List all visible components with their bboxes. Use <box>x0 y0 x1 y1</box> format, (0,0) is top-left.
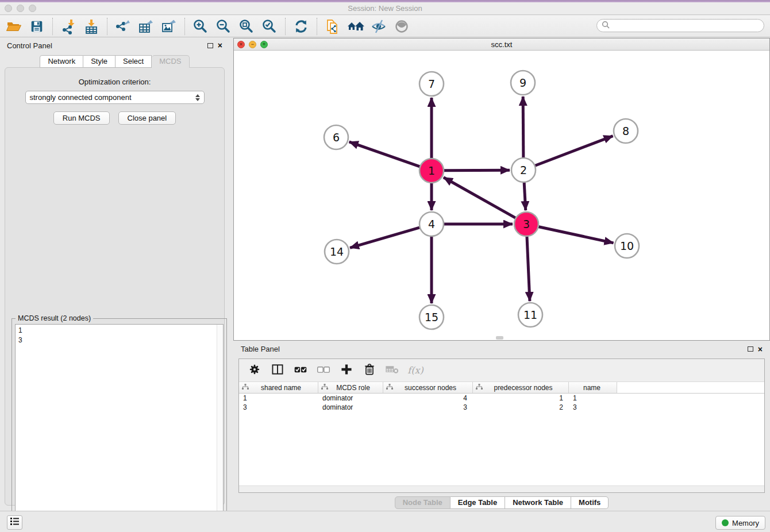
tab-network-table[interactable]: Network Table <box>505 496 571 509</box>
table-cell[interactable]: 2 <box>473 403 569 411</box>
frame-maximize-button[interactable]: + <box>260 41 268 48</box>
export-image-icon <box>161 18 177 34</box>
table-row[interactable]: 3dominator323 <box>239 403 764 412</box>
graph-node-label: 11 <box>523 309 537 321</box>
result-scrollbar[interactable] <box>217 325 223 527</box>
tab-network[interactable]: Network <box>40 55 83 68</box>
close-panel-icon[interactable]: × <box>218 43 222 48</box>
show-columns-button[interactable] <box>269 361 286 380</box>
control-panel-tabs: Network Style Select MCDS <box>0 55 229 68</box>
network-frame-titlebar[interactable]: × − + scc.txt <box>234 38 769 51</box>
close-panel-button[interactable]: Close panel <box>118 111 176 125</box>
task-history-button[interactable] <box>7 515 22 530</box>
graph-edge[interactable] <box>350 228 420 248</box>
toolbar-separator <box>184 18 185 35</box>
import-table-icon <box>83 18 99 34</box>
hide-selected-button[interactable] <box>367 17 390 36</box>
select-stepper-icon <box>195 94 200 101</box>
graph-edge[interactable] <box>444 170 510 171</box>
table-hscroll-track[interactable] <box>239 485 764 492</box>
clone-network-icon <box>325 18 341 34</box>
first-neighbors-button[interactable] <box>344 17 367 36</box>
show-all-button[interactable] <box>390 17 413 36</box>
float-panel-icon[interactable] <box>748 346 753 352</box>
import-network-icon <box>60 18 76 34</box>
search-input[interactable] <box>613 22 764 30</box>
zoom-in-button[interactable] <box>189 17 212 36</box>
float-panel-icon[interactable] <box>207 43 213 48</box>
optimization-criterion-label: Optimization criterion: <box>5 78 224 86</box>
zoom-in-icon <box>192 18 209 34</box>
table-cell[interactable]: 3 <box>239 403 318 411</box>
deselect-all-button[interactable] <box>315 361 332 380</box>
clone-network-button[interactable] <box>321 17 344 36</box>
result-line: 1 <box>18 326 215 336</box>
graph-node-label: 6 <box>333 131 340 144</box>
status-bar: Memory <box>0 511 770 532</box>
zoom-out-button[interactable] <box>212 17 235 36</box>
tab-style[interactable]: Style <box>83 55 116 68</box>
table-cell[interactable]: 1 <box>239 394 318 402</box>
toolbar-separator <box>317 18 317 35</box>
eye-slash-icon <box>371 18 387 34</box>
export-image-button[interactable] <box>157 17 180 36</box>
graph-edge[interactable] <box>538 226 614 242</box>
tab-motifs[interactable]: Motifs <box>571 496 609 509</box>
tab-edge-table[interactable]: Edge Table <box>451 496 505 509</box>
table-cell[interactable]: 1 <box>569 394 617 402</box>
delete-table-button[interactable] <box>384 361 401 380</box>
tab-node-table[interactable]: Node Table <box>395 496 451 509</box>
tab-select[interactable]: Select <box>116 55 152 68</box>
memory-button[interactable]: Memory <box>715 516 765 530</box>
apply-layout-button[interactable] <box>290 17 313 36</box>
checked-boxes-icon <box>293 363 308 379</box>
function-builder-button[interactable]: f(x) <box>407 361 424 380</box>
column-header-predecessor-nodes[interactable]: predecessor nodes <box>473 382 569 393</box>
hierarchy-icon <box>386 384 393 392</box>
graph-edge[interactable] <box>527 236 530 301</box>
open-file-button[interactable] <box>2 17 25 36</box>
zoom-fit-button[interactable] <box>235 17 258 36</box>
export-table-button[interactable] <box>134 17 157 36</box>
graph-edge[interactable] <box>523 97 523 158</box>
graph-edge[interactable] <box>349 142 421 167</box>
frame-close-button[interactable]: × <box>237 41 245 48</box>
optimization-criterion-select[interactable]: strongly connected component <box>25 91 205 104</box>
mcds-result-text[interactable]: 1 3 <box>15 324 224 527</box>
table-row[interactable]: 1dominator411 <box>239 394 764 403</box>
graph-edge[interactable] <box>524 182 526 210</box>
save-session-button[interactable] <box>25 17 48 36</box>
network-graph[interactable]: 7968124314101511 <box>234 51 769 340</box>
table-cell[interactable]: 4 <box>383 394 473 402</box>
table-settings-button[interactable] <box>246 361 263 380</box>
memory-status-icon <box>722 519 729 526</box>
graph-node-label: 3 <box>523 218 530 230</box>
zoom-selected-button[interactable] <box>258 17 281 36</box>
graph-edge[interactable] <box>535 136 613 166</box>
table-cell[interactable]: dominator <box>318 403 383 411</box>
graph-edge[interactable] <box>444 178 516 218</box>
select-all-button[interactable] <box>292 361 309 380</box>
result-line: 3 <box>18 336 215 345</box>
export-network-button[interactable] <box>111 17 134 36</box>
network-canvas[interactable]: 7968124314101511 <box>234 51 769 340</box>
add-column-button[interactable] <box>338 361 355 380</box>
column-header-shared-name[interactable]: shared name <box>239 382 318 393</box>
column-header-successor-nodes[interactable]: successor nodes <box>383 382 473 393</box>
close-panel-icon[interactable]: × <box>758 346 763 352</box>
frame-minimize-button[interactable]: − <box>249 41 256 48</box>
hierarchy-icon <box>242 384 249 392</box>
delete-column-button[interactable] <box>361 361 378 380</box>
import-network-button[interactable] <box>57 17 80 36</box>
column-header-mcds-role[interactable]: MCDS role <box>318 382 383 393</box>
table-cell[interactable]: 3 <box>383 403 473 411</box>
run-mcds-button[interactable]: Run MCDS <box>53 111 110 125</box>
table-cell[interactable]: 1 <box>473 394 569 402</box>
tab-mcds[interactable]: MCDS <box>152 55 189 68</box>
search-field[interactable] <box>596 19 764 32</box>
import-table-button[interactable] <box>80 17 103 36</box>
column-header-name[interactable]: name <box>569 382 617 393</box>
table-cell[interactable]: 3 <box>569 403 617 411</box>
table-cell[interactable]: dominator <box>318 394 383 402</box>
canvas-scroll-thumb[interactable] <box>496 336 503 340</box>
